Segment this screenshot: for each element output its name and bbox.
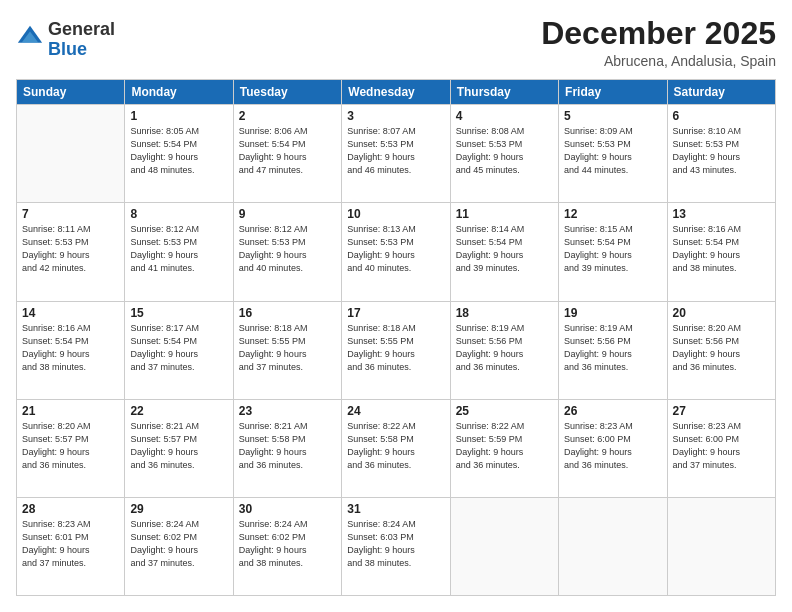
calendar-cell: 28Sunrise: 8:23 AM Sunset: 6:01 PM Dayli… bbox=[17, 497, 125, 595]
day-number: 22 bbox=[130, 404, 227, 418]
calendar-header-thursday: Thursday bbox=[450, 80, 558, 105]
day-info: Sunrise: 8:21 AM Sunset: 5:57 PM Dayligh… bbox=[130, 420, 227, 472]
day-number: 15 bbox=[130, 306, 227, 320]
calendar-header-saturday: Saturday bbox=[667, 80, 775, 105]
day-info: Sunrise: 8:08 AM Sunset: 5:53 PM Dayligh… bbox=[456, 125, 553, 177]
calendar-table: SundayMondayTuesdayWednesdayThursdayFrid… bbox=[16, 79, 776, 596]
calendar-cell: 25Sunrise: 8:22 AM Sunset: 5:59 PM Dayli… bbox=[450, 399, 558, 497]
day-info: Sunrise: 8:22 AM Sunset: 5:59 PM Dayligh… bbox=[456, 420, 553, 472]
day-info: Sunrise: 8:19 AM Sunset: 5:56 PM Dayligh… bbox=[564, 322, 661, 374]
day-info: Sunrise: 8:24 AM Sunset: 6:02 PM Dayligh… bbox=[239, 518, 336, 570]
day-number: 8 bbox=[130, 207, 227, 221]
calendar-cell: 9Sunrise: 8:12 AM Sunset: 5:53 PM Daylig… bbox=[233, 203, 341, 301]
day-number: 1 bbox=[130, 109, 227, 123]
calendar-cell: 14Sunrise: 8:16 AM Sunset: 5:54 PM Dayli… bbox=[17, 301, 125, 399]
day-number: 10 bbox=[347, 207, 444, 221]
calendar-cell: 6Sunrise: 8:10 AM Sunset: 5:53 PM Daylig… bbox=[667, 105, 775, 203]
month-title: December 2025 bbox=[541, 16, 776, 51]
calendar-cell: 23Sunrise: 8:21 AM Sunset: 5:58 PM Dayli… bbox=[233, 399, 341, 497]
day-number: 4 bbox=[456, 109, 553, 123]
calendar-cell: 27Sunrise: 8:23 AM Sunset: 6:00 PM Dayli… bbox=[667, 399, 775, 497]
day-info: Sunrise: 8:16 AM Sunset: 5:54 PM Dayligh… bbox=[673, 223, 770, 275]
day-info: Sunrise: 8:24 AM Sunset: 6:02 PM Dayligh… bbox=[130, 518, 227, 570]
day-number: 26 bbox=[564, 404, 661, 418]
day-number: 7 bbox=[22, 207, 119, 221]
calendar-cell: 5Sunrise: 8:09 AM Sunset: 5:53 PM Daylig… bbox=[559, 105, 667, 203]
logo-text: General Blue bbox=[48, 20, 115, 60]
calendar-cell: 1Sunrise: 8:05 AM Sunset: 5:54 PM Daylig… bbox=[125, 105, 233, 203]
day-number: 31 bbox=[347, 502, 444, 516]
calendar-cell bbox=[667, 497, 775, 595]
calendar-cell: 8Sunrise: 8:12 AM Sunset: 5:53 PM Daylig… bbox=[125, 203, 233, 301]
day-number: 27 bbox=[673, 404, 770, 418]
calendar-header-sunday: Sunday bbox=[17, 80, 125, 105]
day-info: Sunrise: 8:06 AM Sunset: 5:54 PM Dayligh… bbox=[239, 125, 336, 177]
calendar-week-row: 21Sunrise: 8:20 AM Sunset: 5:57 PM Dayli… bbox=[17, 399, 776, 497]
calendar-cell: 16Sunrise: 8:18 AM Sunset: 5:55 PM Dayli… bbox=[233, 301, 341, 399]
calendar-week-row: 14Sunrise: 8:16 AM Sunset: 5:54 PM Dayli… bbox=[17, 301, 776, 399]
day-number: 23 bbox=[239, 404, 336, 418]
calendar-cell: 20Sunrise: 8:20 AM Sunset: 5:56 PM Dayli… bbox=[667, 301, 775, 399]
calendar-header-monday: Monday bbox=[125, 80, 233, 105]
day-number: 2 bbox=[239, 109, 336, 123]
day-number: 11 bbox=[456, 207, 553, 221]
calendar-cell: 18Sunrise: 8:19 AM Sunset: 5:56 PM Dayli… bbox=[450, 301, 558, 399]
logo-general: General bbox=[48, 20, 115, 40]
calendar-cell: 21Sunrise: 8:20 AM Sunset: 5:57 PM Dayli… bbox=[17, 399, 125, 497]
day-info: Sunrise: 8:23 AM Sunset: 6:00 PM Dayligh… bbox=[673, 420, 770, 472]
calendar-header-tuesday: Tuesday bbox=[233, 80, 341, 105]
day-info: Sunrise: 8:13 AM Sunset: 5:53 PM Dayligh… bbox=[347, 223, 444, 275]
calendar-cell: 30Sunrise: 8:24 AM Sunset: 6:02 PM Dayli… bbox=[233, 497, 341, 595]
calendar-week-row: 7Sunrise: 8:11 AM Sunset: 5:53 PM Daylig… bbox=[17, 203, 776, 301]
page: General Blue December 2025 Abrucena, And… bbox=[0, 0, 792, 612]
calendar-cell: 13Sunrise: 8:16 AM Sunset: 5:54 PM Dayli… bbox=[667, 203, 775, 301]
day-info: Sunrise: 8:21 AM Sunset: 5:58 PM Dayligh… bbox=[239, 420, 336, 472]
day-info: Sunrise: 8:09 AM Sunset: 5:53 PM Dayligh… bbox=[564, 125, 661, 177]
logo-blue: Blue bbox=[48, 40, 115, 60]
calendar-cell: 11Sunrise: 8:14 AM Sunset: 5:54 PM Dayli… bbox=[450, 203, 558, 301]
calendar-cell: 10Sunrise: 8:13 AM Sunset: 5:53 PM Dayli… bbox=[342, 203, 450, 301]
day-number: 12 bbox=[564, 207, 661, 221]
day-info: Sunrise: 8:16 AM Sunset: 5:54 PM Dayligh… bbox=[22, 322, 119, 374]
day-info: Sunrise: 8:20 AM Sunset: 5:56 PM Dayligh… bbox=[673, 322, 770, 374]
day-number: 21 bbox=[22, 404, 119, 418]
day-info: Sunrise: 8:22 AM Sunset: 5:58 PM Dayligh… bbox=[347, 420, 444, 472]
day-info: Sunrise: 8:23 AM Sunset: 6:01 PM Dayligh… bbox=[22, 518, 119, 570]
day-info: Sunrise: 8:11 AM Sunset: 5:53 PM Dayligh… bbox=[22, 223, 119, 275]
day-info: Sunrise: 8:17 AM Sunset: 5:54 PM Dayligh… bbox=[130, 322, 227, 374]
day-number: 25 bbox=[456, 404, 553, 418]
day-info: Sunrise: 8:19 AM Sunset: 5:56 PM Dayligh… bbox=[456, 322, 553, 374]
day-info: Sunrise: 8:10 AM Sunset: 5:53 PM Dayligh… bbox=[673, 125, 770, 177]
day-number: 20 bbox=[673, 306, 770, 320]
calendar-header-wednesday: Wednesday bbox=[342, 80, 450, 105]
day-info: Sunrise: 8:14 AM Sunset: 5:54 PM Dayligh… bbox=[456, 223, 553, 275]
day-info: Sunrise: 8:12 AM Sunset: 5:53 PM Dayligh… bbox=[239, 223, 336, 275]
day-number: 19 bbox=[564, 306, 661, 320]
calendar-cell: 17Sunrise: 8:18 AM Sunset: 5:55 PM Dayli… bbox=[342, 301, 450, 399]
day-info: Sunrise: 8:23 AM Sunset: 6:00 PM Dayligh… bbox=[564, 420, 661, 472]
calendar-week-row: 1Sunrise: 8:05 AM Sunset: 5:54 PM Daylig… bbox=[17, 105, 776, 203]
calendar-cell: 2Sunrise: 8:06 AM Sunset: 5:54 PM Daylig… bbox=[233, 105, 341, 203]
logo: General Blue bbox=[16, 20, 115, 60]
calendar-cell bbox=[17, 105, 125, 203]
day-number: 9 bbox=[239, 207, 336, 221]
calendar-cell: 24Sunrise: 8:22 AM Sunset: 5:58 PM Dayli… bbox=[342, 399, 450, 497]
day-number: 13 bbox=[673, 207, 770, 221]
day-number: 16 bbox=[239, 306, 336, 320]
calendar-cell: 7Sunrise: 8:11 AM Sunset: 5:53 PM Daylig… bbox=[17, 203, 125, 301]
calendar-cell: 22Sunrise: 8:21 AM Sunset: 5:57 PM Dayli… bbox=[125, 399, 233, 497]
day-info: Sunrise: 8:15 AM Sunset: 5:54 PM Dayligh… bbox=[564, 223, 661, 275]
day-number: 28 bbox=[22, 502, 119, 516]
day-number: 17 bbox=[347, 306, 444, 320]
day-number: 29 bbox=[130, 502, 227, 516]
day-info: Sunrise: 8:24 AM Sunset: 6:03 PM Dayligh… bbox=[347, 518, 444, 570]
location-subtitle: Abrucena, Andalusia, Spain bbox=[541, 53, 776, 69]
calendar-cell: 3Sunrise: 8:07 AM Sunset: 5:53 PM Daylig… bbox=[342, 105, 450, 203]
calendar-cell bbox=[450, 497, 558, 595]
day-number: 3 bbox=[347, 109, 444, 123]
title-block: December 2025 Abrucena, Andalusia, Spain bbox=[541, 16, 776, 69]
calendar-cell: 4Sunrise: 8:08 AM Sunset: 5:53 PM Daylig… bbox=[450, 105, 558, 203]
calendar-header-row: SundayMondayTuesdayWednesdayThursdayFrid… bbox=[17, 80, 776, 105]
calendar-cell: 15Sunrise: 8:17 AM Sunset: 5:54 PM Dayli… bbox=[125, 301, 233, 399]
day-number: 5 bbox=[564, 109, 661, 123]
